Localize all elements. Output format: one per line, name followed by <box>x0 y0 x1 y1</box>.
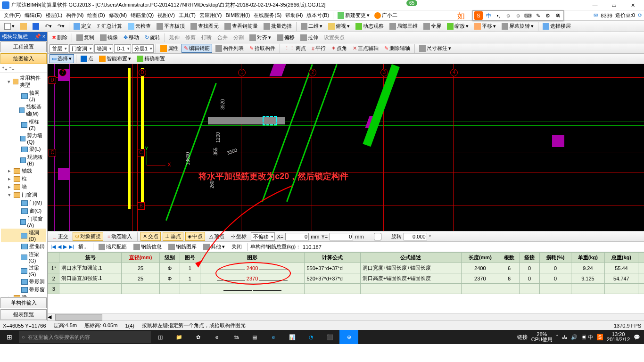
tree-node[interactable]: 梁(L) <box>1 145 46 153</box>
cat-select[interactable]: 门窗洞 <box>69 44 93 53</box>
delete-button[interactable]: ✖删除 <box>50 33 70 42</box>
col-header[interactable]: 根数 <box>499 253 520 263</box>
x-input[interactable] <box>285 233 309 240</box>
task-app-4[interactable]: 📊 <box>283 330 302 344</box>
other-button[interactable]: 其他▾ <box>201 242 227 251</box>
col-header[interactable]: 钢筋归类 <box>638 253 644 263</box>
col-header[interactable]: 公式描述 <box>361 253 462 263</box>
select-tool[interactable]: ▭选择▾ <box>50 54 74 63</box>
save-icon[interactable] <box>30 22 41 31</box>
tree-node[interactable]: ▸墙 <box>1 183 46 191</box>
tree-node[interactable]: 筏板基础(M) <box>1 103 46 118</box>
copy-button[interactable]: 复制 <box>74 33 97 42</box>
tree-node[interactable]: 壁龛(I) <box>1 242 46 250</box>
notify-badge[interactable]: 65 <box>406 0 417 6</box>
task-app-1[interactable]: 📁 <box>170 330 189 344</box>
task-app-2[interactable]: ✿ <box>189 330 207 344</box>
pin-icon[interactable]: 📌 × <box>34 33 45 40</box>
mail-icon[interactable]: ✉ <box>594 12 598 18</box>
task-store[interactable]: 🛍 <box>226 330 245 344</box>
task-app-6[interactable]: ⬛ <box>321 330 339 344</box>
col-header[interactable]: 级别 <box>159 253 180 263</box>
insert-button[interactable]: 插... <box>76 242 90 251</box>
menu-online[interactable]: 在线服务(S) <box>252 11 283 20</box>
drawing-viewport[interactable]: 7 D 1 2 3 4 5 D C C B 3920 1200 355 3500… <box>48 64 644 231</box>
snap-perp[interactable]: ⊥垂点 <box>163 232 183 241</box>
rebar-info-button[interactable]: 钢筋信息 <box>131 242 164 251</box>
tree-node[interactable]: 框柱(Z) <box>1 118 46 132</box>
taskbar-search[interactable]: ○ 在这里输入你要搜索的内容 <box>19 331 151 343</box>
col-header[interactable]: 筋号 <box>59 253 122 263</box>
tree-node[interactable]: 带形窗 <box>1 286 46 294</box>
scale-rebar-button[interactable]: 缩尺配筋 <box>96 242 129 251</box>
code-select[interactable]: D-1 <box>114 44 131 53</box>
parallel-button[interactable]: #平行 <box>309 44 328 53</box>
two-point-button[interactable]: ⋮⋮两点 <box>282 44 308 53</box>
new-change-button[interactable]: 新建变更▾ <box>335 11 372 20</box>
tree-node[interactable]: 带形洞 <box>1 278 46 286</box>
stretch-button[interactable]: 拉伸 <box>298 33 321 42</box>
tree-node[interactable]: 连梁(G) <box>1 250 46 264</box>
edit-rebar-button[interactable]: ✎编辑钢筋 <box>182 44 212 53</box>
osnap-toggle[interactable]: ⊙对象捕捉 <box>73 232 103 241</box>
menu-component[interactable]: 构件(N) <box>64 11 85 20</box>
menu-help[interactable]: 帮助(H) <box>283 11 305 20</box>
point-angle-button[interactable]: ✶点角 <box>329 44 349 53</box>
task-ie[interactable]: e <box>264 330 283 344</box>
tray-up-icon[interactable]: ˆ <box>556 334 558 340</box>
sub-select[interactable]: 墙洞 <box>94 44 113 53</box>
layer-select[interactable]: 分层1 <box>132 44 154 53</box>
point-tool[interactable]: 点 <box>78 54 96 63</box>
ortho-toggle[interactable]: ∟正交 <box>50 232 71 241</box>
table-row[interactable]: 2洞口垂直加强筋.125Φ1 2370 520+37*d+37*d洞口高度+锚固… <box>48 273 644 284</box>
close-button[interactable]: ✕ <box>623 0 642 10</box>
report-preview-button[interactable]: 报表预览 <box>0 309 47 320</box>
refresh-icon[interactable]: ⟳ <box>638 12 642 18</box>
user-button[interactable]: 广小二 <box>372 11 400 20</box>
menu-draw[interactable]: 绘图(D) <box>85 11 107 20</box>
col-header[interactable]: 总重(kg) <box>604 253 638 263</box>
tree-node[interactable]: ▸轴线 <box>1 167 46 175</box>
pick-button[interactable]: ✎拾取构件 <box>247 44 278 53</box>
tray-link[interactable]: 链接 <box>517 334 528 341</box>
snap-coord[interactable]: ⊹坐标 <box>229 232 249 241</box>
col-header[interactable]: 直径(mm) <box>122 253 159 263</box>
dyn-input-toggle[interactable]: ≡动态输入 <box>105 232 134 241</box>
rotate-check[interactable] <box>366 233 389 240</box>
local3d-button[interactable]: 局部三维 <box>387 22 420 31</box>
tree-node[interactable]: 过梁(G) <box>1 264 46 278</box>
angle-input[interactable] <box>404 233 427 240</box>
tray-vol-icon[interactable]: 🔊 <box>571 334 578 340</box>
snap-mid[interactable]: ◈中点 <box>185 232 205 241</box>
dim-button[interactable]: 尺寸标注▾ <box>417 44 454 53</box>
find-button[interactable]: 查找图元 <box>188 22 221 31</box>
tree-node[interactable]: ▸柱 <box>1 175 46 183</box>
offset-button[interactable]: 偏移 <box>274 33 297 42</box>
ime-bar[interactable]: S 中 •,☺☺⌨✎⚙🛠 <box>472 10 564 21</box>
move-button[interactable]: ✥移动 <box>121 33 141 42</box>
col-header[interactable]: 图号 <box>180 253 200 263</box>
tree-node[interactable]: 门联窗(A) <box>1 215 46 229</box>
batch-select-button[interactable]: 批量选择 <box>261 22 294 31</box>
smart-layout-button[interactable]: 智能布置▾ <box>97 54 133 63</box>
orbit-button[interactable]: 动态观察 <box>353 22 386 31</box>
2d-button[interactable]: 二维▾ <box>298 22 325 31</box>
tree-node[interactable]: ▸梁 <box>1 294 46 297</box>
floor-select[interactable]: 首层 <box>50 44 68 53</box>
col-header[interactable]: 计算公式 <box>305 253 361 263</box>
tray-notify-icon[interactable]: 💬 <box>634 334 640 340</box>
nav-prev[interactable]: ◀ <box>58 244 61 250</box>
task-app-3[interactable]: ▤ <box>245 330 264 344</box>
maximize-button[interactable]: ▭ <box>604 0 623 10</box>
menu-floor[interactable]: 楼层(L) <box>44 11 64 20</box>
menu-modify[interactable]: 修改(M) <box>107 11 129 20</box>
menu-cloud[interactable]: 云应用(Y) <box>198 11 224 20</box>
tree-node[interactable]: 门(M) <box>1 199 46 207</box>
precise-layout-button[interactable]: 精确布置 <box>134 54 167 63</box>
rotate-button[interactable]: ↻旋转 <box>142 33 163 42</box>
rebar-lib-button[interactable]: 钢筋图库 <box>166 242 199 251</box>
tree-node[interactable]: ▾门窗洞 <box>1 191 46 199</box>
tree-node[interactable]: 轴网(J) <box>1 89 46 103</box>
tray-net-icon[interactable]: 🖧 <box>562 334 567 340</box>
menu-file[interactable]: 文件(F) <box>2 11 23 20</box>
